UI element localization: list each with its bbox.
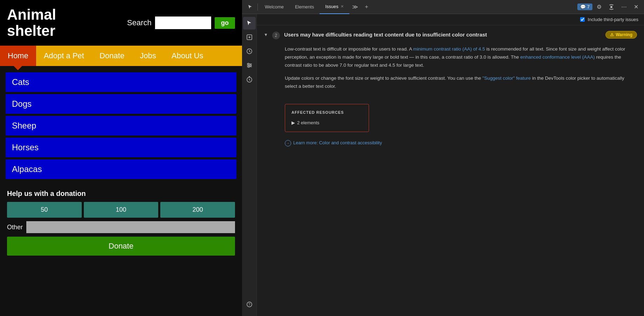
go-button[interactable]: go <box>215 17 235 29</box>
settings-icon[interactable]: ⚙ <box>594 0 604 14</box>
donation-buttons: 50 100 200 <box>7 202 235 218</box>
left-panel: Animalshelter Search go Home Adopt a Pet… <box>0 0 242 316</box>
issue-card: ▼ 2 Users may have difficulties reading … <box>257 25 644 153</box>
elements-expand-button[interactable]: ▶ 2 elements <box>291 119 362 127</box>
chevron-right-icon: ▶ <box>291 119 295 127</box>
third-party-checkbox[interactable] <box>580 17 585 22</box>
search-label: Search <box>127 18 152 27</box>
donation-section: Help us with a donation 50 100 200 Other… <box>0 184 242 261</box>
svg-text:?: ? <box>248 303 250 307</box>
sidebar-inspect-icon[interactable] <box>243 31 256 44</box>
devtools-right-buttons: 💬 7 ⚙ ⋯ ✕ <box>577 0 641 14</box>
cursor-icon[interactable] <box>245 0 256 14</box>
tab-issues[interactable]: Issues ✕ <box>320 0 349 14</box>
learn-more-row: → Learn more: Color and contrast accessi… <box>285 139 637 147</box>
nav-item-adopt[interactable]: Adopt a Pet <box>36 46 92 66</box>
animal-item-cats[interactable]: Cats <box>6 72 236 92</box>
toolbar-separator-1 <box>257 4 258 11</box>
issues-count: 7 <box>587 4 590 9</box>
affected-resources: AFFECTED RESOURCES ▶ 2 elements <box>285 104 369 132</box>
issue-title-area: Users may have difficulties reading text… <box>284 31 602 40</box>
warning-icon: ⚠ <box>610 32 614 37</box>
broadcast-icon[interactable] <box>606 0 617 14</box>
issues-count-button[interactable]: 💬 7 <box>577 4 592 10</box>
issue-paragraph-2: Update colors or change the font size or… <box>285 74 637 91</box>
donate-submit-button[interactable]: Donate <box>7 237 235 256</box>
donation-title: Help us with a donation <box>7 190 235 198</box>
svg-point-9 <box>248 66 249 67</box>
third-party-row: Include third-party issues <box>257 14 644 25</box>
animal-item-horses[interactable]: Horses <box>6 138 236 157</box>
third-party-label: Include third-party issues <box>588 17 638 22</box>
link-arrow-icon: → <box>285 140 291 146</box>
close-devtools-button[interactable]: ✕ <box>631 0 641 14</box>
nav-bar: Home Adopt a Pet Donate Jobs About Us <box>0 46 242 66</box>
message-icon: 💬 <box>580 4 586 9</box>
link-suggest-color[interactable]: "Suggest color" feature <box>482 75 531 81</box>
sidebar-timer-icon[interactable] <box>243 73 256 86</box>
app-title: Animalshelter <box>7 7 56 39</box>
other-label: Other <box>7 224 23 231</box>
issue-paragraph-1: Low-contrast text is difficult or imposs… <box>285 45 637 70</box>
issue-count-badge: 2 <box>272 32 280 39</box>
learn-more-link[interactable]: → Learn more: Color and contrast accessi… <box>285 139 382 147</box>
other-row: Other <box>7 221 235 233</box>
affected-title: AFFECTED RESOURCES <box>291 109 362 116</box>
more-tabs-button[interactable]: ≫ <box>349 0 361 14</box>
tab-issues-close[interactable]: ✕ <box>341 4 344 9</box>
app-header: Animalshelter Search go <box>0 0 242 46</box>
chevron-down-icon: ▼ <box>264 32 268 37</box>
nav-item-home[interactable]: Home <box>0 46 36 66</box>
donation-200-button[interactable]: 200 <box>160 202 235 218</box>
issue-body: Low-contrast text is difficult or imposs… <box>264 45 637 147</box>
issues-content: Include third-party issues ▼ 2 Users may… <box>257 14 644 316</box>
donation-100-button[interactable]: 100 <box>84 202 159 218</box>
issue-expand-button[interactable]: ▼ <box>264 32 268 37</box>
issue-title: Users may have difficulties reading text… <box>284 31 602 38</box>
search-area: Search go <box>127 17 235 29</box>
devtools-toolbar: Welcome Elements Issues ✕ ≫ ＋ 💬 7 ⚙ ⋯ ✕ <box>242 0 644 14</box>
add-tab-button[interactable]: ＋ <box>361 0 372 14</box>
warning-label: Warning <box>616 32 632 37</box>
search-input[interactable] <box>155 17 211 29</box>
sidebar-performance-icon[interactable] <box>243 45 256 58</box>
svg-line-3 <box>248 49 248 50</box>
sidebar-customize-icon[interactable] <box>243 59 256 72</box>
donation-50-button[interactable]: 50 <box>7 202 82 218</box>
animal-item-alpacas[interactable]: Alpacas <box>6 159 236 179</box>
issue-header: ▼ 2 Users may have difficulties reading … <box>264 31 637 40</box>
tab-elements[interactable]: Elements <box>289 0 320 14</box>
animal-list: Cats Dogs Sheep Horses Alpacas <box>0 69 242 183</box>
nav-item-jobs[interactable]: Jobs <box>132 46 164 66</box>
warning-badge: ⚠ Warning <box>605 31 637 39</box>
learn-more-text: Learn more: Color and contrast accessibi… <box>293 139 382 147</box>
devtools-panel: Welcome Elements Issues ✕ ≫ ＋ 💬 7 ⚙ ⋯ ✕ <box>242 0 644 316</box>
sidebar-help-icon[interactable]: ? <box>243 300 256 312</box>
svg-point-8 <box>250 65 251 66</box>
animal-item-sheep[interactable]: Sheep <box>6 116 236 136</box>
devtools-sidebar: ? <box>242 14 257 316</box>
devtools-body: ? Include third-party issues ▼ 2 <box>242 14 644 316</box>
svg-point-0 <box>610 6 612 8</box>
nav-item-donate[interactable]: Donate <box>92 46 132 66</box>
nav-item-aboutus[interactable]: About Us <box>164 46 211 66</box>
sidebar-cursor-icon[interactable] <box>243 17 256 29</box>
link-minimum-contrast[interactable]: minimum contrast ratio (AA) of 4.5 <box>413 46 485 52</box>
tab-welcome[interactable]: Welcome <box>259 0 289 14</box>
elements-count-label: 2 elements <box>297 119 320 127</box>
other-input[interactable] <box>26 221 235 233</box>
animal-item-dogs[interactable]: Dogs <box>6 94 236 114</box>
svg-point-7 <box>248 63 249 65</box>
more-options-icon[interactable]: ⋯ <box>618 0 630 14</box>
link-enhanced-conformance[interactable]: enhanced conformance level (AAA) <box>520 54 595 60</box>
